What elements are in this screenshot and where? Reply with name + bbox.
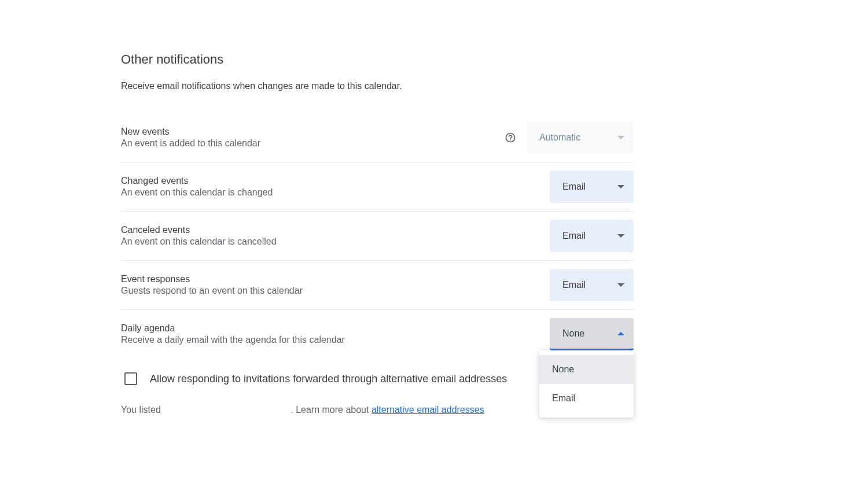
setting-row-daily-agenda: Daily agenda Receive a daily email with …: [121, 310, 634, 358]
setting-label: Event responses: [121, 274, 550, 284]
dropdown-value: None: [562, 328, 584, 339]
chevron-down-icon: [617, 283, 624, 287]
setting-text: Event responses Guests respond to an eve…: [121, 274, 550, 296]
listed-prefix: You listed: [121, 405, 161, 415]
setting-sublabel: Guests respond to an event on this calen…: [121, 286, 550, 296]
setting-controls: Automatic: [505, 121, 634, 154]
help-icon[interactable]: [505, 132, 516, 143]
chevron-up-icon: [617, 332, 624, 335]
dropdown-value: Email: [562, 231, 586, 241]
dropdown-value: Email: [562, 280, 586, 290]
setting-label: New events: [121, 127, 505, 137]
setting-row-changed-events: Changed events An event on this calendar…: [121, 162, 634, 212]
dropdown-value: Automatic: [539, 132, 580, 143]
setting-row-canceled-events: Canceled events An event on this calenda…: [121, 212, 634, 261]
dropdown-new-events: Automatic: [527, 121, 634, 154]
setting-controls: Email: [550, 220, 634, 252]
setting-controls: Email: [550, 269, 634, 301]
dropdown-changed-events[interactable]: Email: [550, 171, 634, 203]
section-description: Receive email notifications when changes…: [121, 81, 634, 91]
checkbox-alt-email[interactable]: [124, 372, 137, 385]
setting-row-new-events: New events An event is added to this cal…: [121, 113, 634, 162]
menu-item-email[interactable]: Email: [539, 384, 634, 413]
setting-label: Daily agenda: [121, 323, 550, 334]
setting-label: Changed events: [121, 176, 550, 186]
dropdown-menu: None Email: [539, 350, 634, 417]
setting-controls: Email: [550, 171, 634, 203]
section-title: Other notifications: [121, 52, 634, 67]
dropdown-value: Email: [562, 182, 586, 192]
setting-text: Changed events An event on this calendar…: [121, 176, 550, 198]
link-alt-email-addresses[interactable]: alternative email addresses: [372, 405, 484, 415]
setting-controls: None: [550, 318, 634, 350]
listed-suffix: . Learn more about: [290, 405, 372, 415]
setting-sublabel: An event on this calendar is changed: [121, 187, 550, 198]
chevron-down-icon: [617, 234, 624, 238]
dropdown-event-responses[interactable]: Email: [550, 269, 634, 301]
setting-text: Canceled events An event on this calenda…: [121, 225, 550, 247]
chevron-down-icon: [617, 136, 624, 139]
chevron-down-icon: [617, 185, 624, 188]
setting-sublabel: An event on this calendar is cancelled: [121, 236, 550, 247]
setting-sublabel: An event is added to this calendar: [121, 138, 505, 149]
setting-row-event-responses: Event responses Guests respond to an eve…: [121, 261, 634, 310]
menu-item-none[interactable]: None: [539, 355, 634, 384]
dropdown-daily-agenda[interactable]: None: [550, 318, 634, 350]
checkbox-label: Allow responding to invitations forwarde…: [150, 373, 507, 385]
setting-label: Canceled events: [121, 225, 550, 235]
setting-text: New events An event is added to this cal…: [121, 127, 505, 149]
dropdown-canceled-events[interactable]: Email: [550, 220, 634, 252]
setting-text: Daily agenda Receive a daily email with …: [121, 323, 550, 345]
setting-sublabel: Receive a daily email with the agenda fo…: [121, 335, 550, 345]
